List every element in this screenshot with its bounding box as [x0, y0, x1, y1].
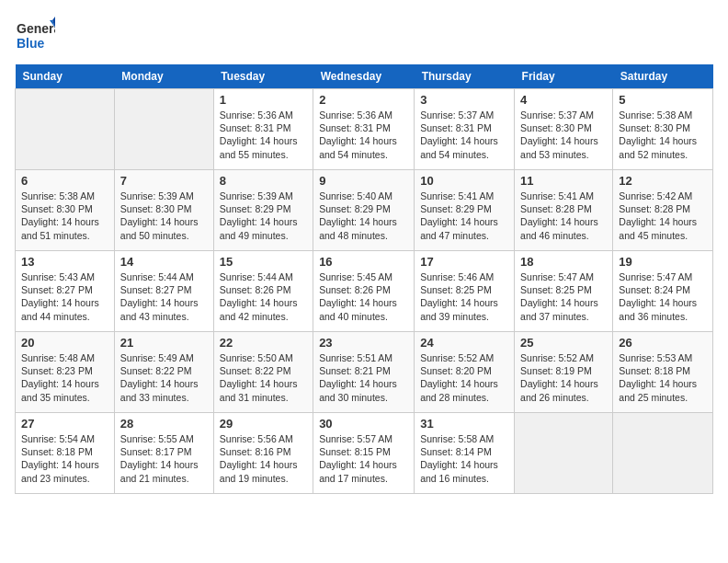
day-info: Sunrise: 5:37 AMSunset: 8:31 PMDaylight:… — [420, 109, 508, 161]
day-number: 3 — [420, 93, 508, 107]
day-info: Sunrise: 5:36 AMSunset: 8:31 PMDaylight:… — [220, 109, 307, 161]
day-info: Sunrise: 5:43 AMSunset: 8:27 PMDaylight:… — [21, 270, 108, 323]
calendar-header-row: SundayMondayTuesdayWednesdayThursdayFrid… — [16, 64, 713, 89]
day-number: 15 — [220, 255, 307, 269]
day-number: 12 — [619, 174, 707, 188]
day-info: Sunrise: 5:52 AMSunset: 8:19 PMDaylight:… — [520, 351, 607, 404]
day-number: 16 — [319, 255, 408, 269]
day-info: Sunrise: 5:40 AMSunset: 8:29 PMDaylight:… — [319, 190, 408, 242]
day-info: Sunrise: 5:44 AMSunset: 8:27 PMDaylight:… — [120, 270, 208, 323]
calendar-cell: 20Sunrise: 5:48 AMSunset: 8:23 PMDayligh… — [16, 332, 115, 413]
calendar-cell: 11Sunrise: 5:41 AMSunset: 8:28 PMDayligh… — [515, 170, 613, 251]
day-number: 22 — [220, 336, 307, 350]
calendar-cell: 29Sunrise: 5:56 AMSunset: 8:16 PMDayligh… — [213, 413, 313, 494]
day-number: 14 — [120, 255, 208, 269]
calendar-cell: 23Sunrise: 5:51 AMSunset: 8:21 PMDayligh… — [313, 332, 415, 413]
calendar-cell — [613, 413, 713, 494]
calendar-cell: 27Sunrise: 5:54 AMSunset: 8:18 PMDayligh… — [16, 413, 115, 494]
day-number: 10 — [420, 174, 508, 188]
calendar-cell: 15Sunrise: 5:44 AMSunset: 8:26 PMDayligh… — [213, 251, 313, 332]
calendar-cell: 19Sunrise: 5:47 AMSunset: 8:24 PMDayligh… — [613, 251, 713, 332]
day-info: Sunrise: 5:44 AMSunset: 8:26 PMDaylight:… — [220, 270, 307, 323]
day-of-week-header: Tuesday — [213, 64, 313, 89]
day-number: 29 — [220, 417, 307, 431]
day-info: Sunrise: 5:54 AMSunset: 8:18 PMDaylight:… — [21, 432, 108, 485]
calendar-cell: 30Sunrise: 5:57 AMSunset: 8:15 PMDayligh… — [313, 413, 415, 494]
day-number: 18 — [520, 255, 607, 269]
calendar-cell: 4Sunrise: 5:37 AMSunset: 8:30 PMDaylight… — [515, 89, 613, 170]
calendar-cell: 1Sunrise: 5:36 AMSunset: 8:31 PMDaylight… — [213, 89, 313, 170]
day-of-week-header: Wednesday — [313, 64, 415, 89]
day-number: 26 — [619, 336, 707, 350]
day-info: Sunrise: 5:39 AMSunset: 8:30 PMDaylight:… — [120, 190, 208, 242]
day-of-week-header: Sunday — [16, 64, 115, 89]
day-of-week-header: Thursday — [415, 64, 515, 89]
day-info: Sunrise: 5:55 AMSunset: 8:17 PMDaylight:… — [120, 432, 208, 485]
day-number: 24 — [420, 336, 508, 350]
day-number: 11 — [520, 174, 607, 188]
day-number: 28 — [120, 417, 208, 431]
calendar-cell: 2Sunrise: 5:36 AMSunset: 8:31 PMDaylight… — [313, 89, 415, 170]
calendar-cell: 21Sunrise: 5:49 AMSunset: 8:22 PMDayligh… — [114, 332, 213, 413]
calendar-cell: 24Sunrise: 5:52 AMSunset: 8:20 PMDayligh… — [415, 332, 515, 413]
day-info: Sunrise: 5:48 AMSunset: 8:23 PMDaylight:… — [21, 351, 108, 404]
calendar-cell: 26Sunrise: 5:53 AMSunset: 8:18 PMDayligh… — [613, 332, 713, 413]
day-number: 23 — [319, 336, 408, 350]
calendar-cell: 5Sunrise: 5:38 AMSunset: 8:30 PMDaylight… — [613, 89, 713, 170]
day-number: 5 — [619, 93, 707, 107]
day-info: Sunrise: 5:57 AMSunset: 8:15 PMDaylight:… — [319, 432, 408, 485]
svg-text:Blue: Blue — [17, 36, 45, 51]
day-number: 20 — [21, 336, 108, 350]
calendar-cell: 16Sunrise: 5:45 AMSunset: 8:26 PMDayligh… — [313, 251, 415, 332]
day-info: Sunrise: 5:50 AMSunset: 8:22 PMDaylight:… — [220, 351, 307, 404]
day-of-week-header: Saturday — [613, 64, 713, 89]
calendar-cell — [114, 89, 213, 170]
day-info: Sunrise: 5:49 AMSunset: 8:22 PMDaylight:… — [120, 351, 208, 404]
calendar-cell: 17Sunrise: 5:46 AMSunset: 8:25 PMDayligh… — [415, 251, 515, 332]
day-number: 21 — [120, 336, 208, 350]
day-info: Sunrise: 5:51 AMSunset: 8:21 PMDaylight:… — [319, 351, 408, 404]
day-info: Sunrise: 5:41 AMSunset: 8:29 PMDaylight:… — [420, 190, 508, 242]
calendar-cell: 3Sunrise: 5:37 AMSunset: 8:31 PMDaylight… — [415, 89, 515, 170]
week-row: 1Sunrise: 5:36 AMSunset: 8:31 PMDaylight… — [16, 89, 713, 170]
day-info: Sunrise: 5:53 AMSunset: 8:18 PMDaylight:… — [619, 351, 707, 404]
calendar-cell: 25Sunrise: 5:52 AMSunset: 8:19 PMDayligh… — [515, 332, 613, 413]
calendar-cell: 8Sunrise: 5:39 AMSunset: 8:29 PMDaylight… — [213, 170, 313, 251]
week-row: 6Sunrise: 5:38 AMSunset: 8:30 PMDaylight… — [16, 170, 713, 251]
calendar-cell: 13Sunrise: 5:43 AMSunset: 8:27 PMDayligh… — [16, 251, 115, 332]
calendar-cell: 28Sunrise: 5:55 AMSunset: 8:17 PMDayligh… — [114, 413, 213, 494]
day-info: Sunrise: 5:47 AMSunset: 8:24 PMDaylight:… — [619, 270, 707, 323]
day-number: 7 — [120, 174, 208, 188]
day-of-week-header: Friday — [515, 64, 613, 89]
day-of-week-header: Monday — [114, 64, 213, 89]
day-number: 17 — [420, 255, 508, 269]
day-number: 4 — [520, 93, 607, 107]
day-number: 31 — [420, 417, 508, 431]
day-info: Sunrise: 5:56 AMSunset: 8:16 PMDaylight:… — [220, 432, 307, 485]
calendar-table: SundayMondayTuesdayWednesdayThursdayFrid… — [15, 64, 713, 494]
day-number: 9 — [319, 174, 408, 188]
day-info: Sunrise: 5:37 AMSunset: 8:30 PMDaylight:… — [520, 109, 607, 161]
day-number: 8 — [220, 174, 307, 188]
day-number: 13 — [21, 255, 108, 269]
week-row: 20Sunrise: 5:48 AMSunset: 8:23 PMDayligh… — [16, 332, 713, 413]
week-row: 27Sunrise: 5:54 AMSunset: 8:18 PMDayligh… — [16, 413, 713, 494]
day-info: Sunrise: 5:38 AMSunset: 8:30 PMDaylight:… — [619, 109, 707, 161]
calendar-cell: 31Sunrise: 5:58 AMSunset: 8:14 PMDayligh… — [415, 413, 515, 494]
day-number: 27 — [21, 417, 108, 431]
day-info: Sunrise: 5:36 AMSunset: 8:31 PMDaylight:… — [319, 109, 408, 161]
day-info: Sunrise: 5:58 AMSunset: 8:14 PMDaylight:… — [420, 432, 508, 485]
day-info: Sunrise: 5:52 AMSunset: 8:20 PMDaylight:… — [420, 351, 508, 404]
day-number: 6 — [21, 174, 108, 188]
day-info: Sunrise: 5:39 AMSunset: 8:29 PMDaylight:… — [220, 190, 307, 242]
day-number: 2 — [319, 93, 408, 107]
day-info: Sunrise: 5:41 AMSunset: 8:28 PMDaylight:… — [520, 190, 607, 242]
day-info: Sunrise: 5:38 AMSunset: 8:30 PMDaylight:… — [21, 190, 108, 242]
calendar-cell: 6Sunrise: 5:38 AMSunset: 8:30 PMDaylight… — [16, 170, 115, 251]
calendar-cell — [515, 413, 613, 494]
logo-container: General Blue — [15, 15, 55, 55]
calendar-cell: 7Sunrise: 5:39 AMSunset: 8:30 PMDaylight… — [114, 170, 213, 251]
day-number: 25 — [520, 336, 607, 350]
logo-icon: General Blue — [15, 15, 55, 55]
day-info: Sunrise: 5:42 AMSunset: 8:28 PMDaylight:… — [619, 190, 707, 242]
